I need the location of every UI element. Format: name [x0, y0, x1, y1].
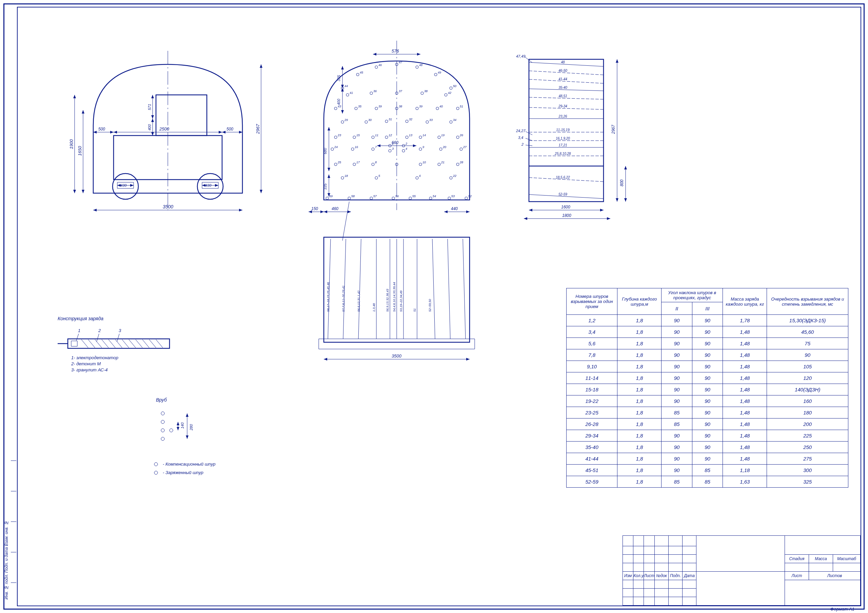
svg-line-184: [343, 201, 349, 241]
svg-text:24,27: 24,27: [516, 129, 525, 133]
svg-text:42: 42: [448, 91, 451, 94]
svg-point-114: [438, 163, 440, 166]
svg-point-31: [450, 87, 452, 90]
svg-text:8: 8: [375, 161, 377, 164]
svg-text:2967: 2967: [611, 124, 616, 134]
svg-text:49: 49: [438, 71, 441, 74]
svg-text:460: 460: [332, 206, 338, 211]
svg-text:46: 46: [378, 63, 382, 67]
svg-point-118: [341, 176, 344, 179]
svg-text:35: 35: [358, 105, 362, 108]
svg-point-257: [161, 429, 164, 432]
svg-text:32: 32: [409, 118, 412, 121]
svg-text:140: 140: [180, 422, 184, 429]
svg-text:2: 2: [98, 328, 101, 333]
svg-point-83: [456, 136, 459, 139]
blast-parameters-table: Номера шпуров взрываемых за один прием Г…: [566, 288, 848, 488]
svg-text:47: 47: [399, 60, 403, 64]
svg-text:16,1,9,20: 16,1,9,20: [556, 136, 570, 140]
svg-text:11: 11: [375, 133, 378, 137]
svg-line-249: [156, 339, 163, 348]
svg-text:27: 27: [463, 146, 467, 149]
svg-point-122: [416, 176, 418, 179]
svg-point-47: [375, 107, 378, 110]
svg-point-87: [351, 148, 354, 150]
svg-point-53: [436, 107, 439, 110]
svg-line-180: [432, 239, 435, 339]
svg-text:2: 2: [405, 142, 407, 146]
svg-text:57: 57: [373, 195, 377, 198]
dim-3500: 3500: [163, 204, 173, 209]
svg-text:10: 10: [423, 161, 426, 164]
svg-text:29-34: 29-34: [558, 104, 567, 108]
svg-line-244: [122, 339, 129, 348]
svg-line-242: [108, 339, 115, 348]
svg-text:55: 55: [412, 195, 416, 198]
svg-text:30: 30: [368, 118, 372, 122]
dim-2967: 2967: [255, 124, 260, 134]
dim-2500: 2500: [159, 126, 169, 132]
svg-text:660: 660: [392, 140, 398, 145]
svg-line-182: [448, 239, 450, 339]
svg-text:16: 16: [355, 146, 358, 149]
svg-text:15: 15: [356, 133, 360, 137]
svg-point-81: [438, 136, 440, 139]
svg-text:48: 48: [419, 63, 423, 67]
svg-text:26: 26: [459, 133, 463, 137]
svg-text:17,21: 17,21: [558, 143, 567, 147]
svg-text:48,51: 48,51: [558, 94, 567, 98]
sidebar-stamp: Инв. № подл. Подп. и дата Взам. инв. №: [4, 464, 9, 599]
svg-text:50: 50: [453, 84, 456, 88]
svg-text:54: 54: [432, 195, 436, 198]
svg-point-71: [353, 136, 356, 139]
svg-text:800: 800: [620, 180, 624, 186]
svg-text:22: 22: [453, 174, 456, 178]
svg-text:1,3,48: 1,3,48: [372, 303, 376, 312]
dim-1900: 1900: [69, 139, 74, 149]
svg-text:38: 38: [399, 105, 402, 108]
svg-text:280: 280: [189, 424, 193, 431]
svg-text:39: 39: [378, 105, 382, 108]
svg-text:31: 31: [389, 118, 392, 121]
svg-point-73: [372, 136, 374, 139]
svg-text:51: 51: [460, 105, 463, 108]
svg-text:44: 44: [344, 84, 348, 88]
svg-line-238: [81, 339, 88, 348]
svg-point-134: [409, 197, 412, 200]
svg-text:5: 5: [378, 174, 380, 178]
svg-point-63: [406, 120, 408, 123]
svg-point-132: [392, 197, 395, 200]
svg-text:14: 14: [423, 133, 426, 137]
svg-text:48: 48: [561, 60, 565, 64]
svg-text:53: 53: [451, 195, 455, 198]
svg-point-39: [421, 92, 423, 94]
svg-point-67: [450, 121, 452, 123]
svg-text:1: 1: [78, 328, 81, 333]
svg-point-21: [375, 66, 378, 68]
svg-point-99: [419, 148, 422, 150]
svg-text:9: 9: [423, 146, 424, 149]
svg-text:57,7,8,11–30,29,41: 57,7,8,11–30,29,41: [342, 285, 345, 312]
svg-point-130: [370, 197, 373, 200]
svg-text:41: 41: [350, 91, 353, 94]
sidebar-ticks: [11, 461, 16, 603]
svg-text:47,49: 47,49: [516, 54, 525, 58]
svg-line-183: [463, 239, 465, 339]
svg-text:24: 24: [334, 146, 338, 149]
svg-point-41: [445, 93, 447, 96]
svg-point-266: [154, 471, 158, 474]
svg-text:6: 6: [419, 174, 421, 178]
svg-point-138: [448, 197, 451, 200]
svg-point-101: [439, 148, 442, 150]
svg-point-43: [334, 107, 337, 110]
svg-text:7: 7: [375, 146, 377, 149]
svg-text:52-59: 52-59: [558, 192, 567, 196]
dim-400: 400: [147, 124, 152, 130]
svg-point-55: [456, 107, 459, 110]
svg-text:58: 58: [351, 195, 355, 198]
svg-text:Конструкция заряда: Конструкция заряда: [57, 316, 104, 321]
svg-text:4: 4: [406, 147, 407, 150]
svg-point-35: [370, 92, 373, 94]
svg-point-69: [334, 136, 337, 139]
svg-point-126: [326, 197, 329, 200]
